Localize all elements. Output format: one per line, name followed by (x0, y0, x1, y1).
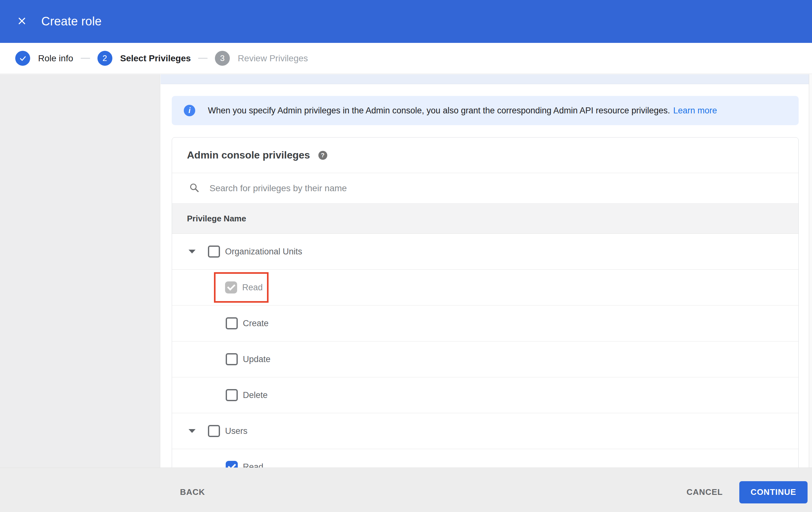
table-row: Users (172, 413, 799, 449)
step-divider (81, 58, 90, 59)
stepper: Role info 2 Select Privileges 3 Review P… (0, 43, 812, 74)
privilege-name-column-header: Privilege Name (187, 214, 246, 224)
cancel-button[interactable]: CANCEL (687, 487, 723, 497)
delete-checkbox[interactable] (226, 389, 238, 401)
step-label: Role info (38, 53, 73, 63)
help-icon[interactable]: ? (318, 151, 327, 160)
privilege-label[interactable]: Read (242, 283, 263, 293)
page-title: Create role (41, 15, 102, 28)
admin-console-privileges-card: Admin console privileges ? Privilege Nam… (172, 137, 799, 467)
scrollbar-track[interactable] (809, 74, 812, 467)
users-read-checkbox[interactable] (226, 461, 238, 467)
step-complete-check-icon (15, 51, 30, 66)
red-highlight-box: Read (214, 272, 268, 303)
step-divider (198, 58, 208, 59)
read-checkbox[interactable] (225, 281, 237, 294)
create-checkbox[interactable] (226, 317, 238, 329)
step-number: 3 (215, 51, 230, 66)
privilege-label[interactable]: Create (243, 319, 268, 328)
collapse-caret-icon[interactable] (188, 429, 196, 433)
info-banner-text: When you specify Admin privileges in the… (208, 106, 670, 116)
collapse-caret-icon[interactable] (188, 250, 196, 253)
info-banner: i When you specify Admin privileges in t… (172, 96, 799, 125)
learn-more-link[interactable]: Learn more (673, 106, 717, 116)
step-review-privileges[interactable]: 3 Review Privileges (215, 51, 308, 66)
table-row: Create (172, 305, 799, 342)
table-row: Read (172, 449, 799, 467)
card-title: Admin console privileges (187, 149, 310, 161)
info-icon: i (184, 105, 195, 116)
footer-bar: BACK CANCEL CONTINUE (0, 467, 812, 512)
close-button[interactable] (14, 14, 29, 29)
content-top-strip (161, 74, 809, 84)
table-row: Organizational Units (172, 234, 799, 270)
users-checkbox[interactable] (208, 425, 220, 437)
privilege-label[interactable]: Users (225, 426, 248, 436)
step-label: Review Privileges (238, 53, 308, 63)
content-area: i When you specify Admin privileges in t… (161, 74, 809, 467)
step-number: 2 (97, 51, 112, 66)
step-role-info[interactable]: Role info (15, 51, 73, 66)
privilege-label[interactable]: Organizational Units (225, 247, 302, 257)
step-label: Select Privileges (120, 53, 191, 63)
appbar: Create role (0, 0, 812, 43)
privilege-label[interactable]: Delete (243, 390, 268, 400)
table-row: Delete (172, 377, 799, 413)
card-header: Admin console privileges ? (172, 137, 799, 173)
update-checkbox[interactable] (226, 353, 238, 365)
step-select-privileges[interactable]: 2 Select Privileges (97, 51, 191, 66)
back-button[interactable]: BACK (180, 487, 205, 497)
table-header-row: Privilege Name (172, 203, 799, 234)
search-input[interactable] (209, 183, 654, 193)
privilege-label[interactable]: Update (243, 354, 270, 364)
search-icon (189, 182, 200, 194)
continue-button[interactable]: CONTINUE (739, 481, 808, 504)
table-row: Update (172, 342, 799, 377)
table-row: Read (172, 270, 799, 305)
close-icon (17, 16, 27, 27)
organizational-units-checkbox[interactable] (208, 245, 220, 258)
main-region: i When you specify Admin privileges in t… (0, 74, 812, 467)
privilege-search-row (172, 173, 799, 203)
left-sidebar (0, 74, 160, 467)
privilege-label[interactable]: Read (243, 462, 263, 468)
